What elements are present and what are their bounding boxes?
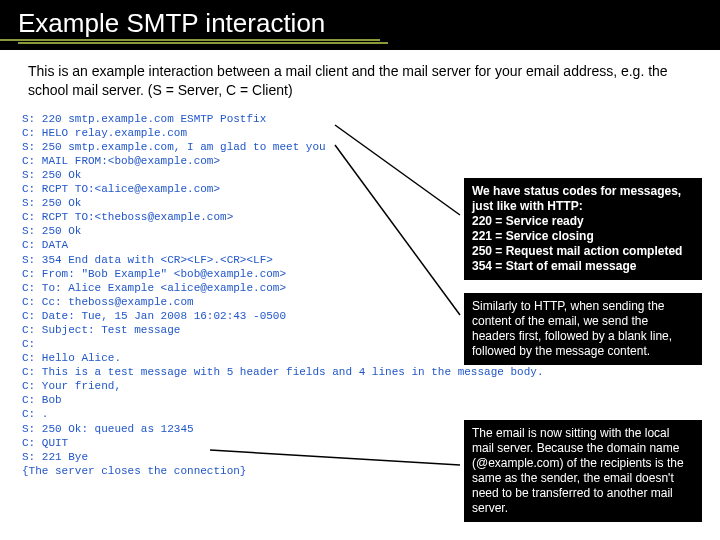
callout-line: 250 = Request mail action completed [472,244,682,258]
title-underline [18,42,388,44]
callout-line: 221 = Service closing [472,229,594,243]
slide-header: Example SMTP interaction [0,0,720,50]
callout-status-codes: We have status codes for messages, just … [464,178,702,280]
slide-title: Example SMTP interaction [0,0,380,41]
callout-line: 220 = Service ready [472,214,584,228]
callout-line: We have status codes for messages, just … [472,184,681,213]
callout-headers: Similarly to HTTP, when sending the cont… [464,293,702,365]
callout-line: 354 = Start of email message [472,259,636,273]
intro-text: This is an example interaction between a… [0,50,720,108]
callout-queued: The email is now sitting with the local … [464,420,702,522]
